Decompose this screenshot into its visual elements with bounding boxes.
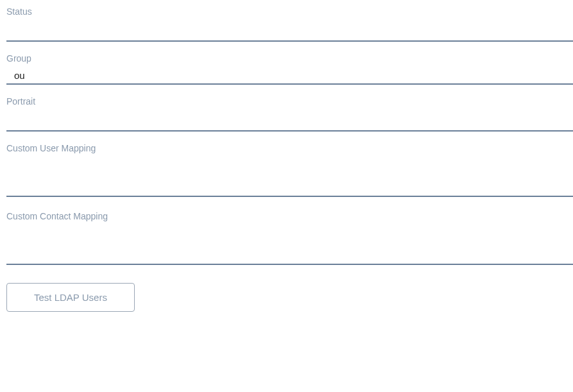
custom-contact-mapping-input[interactable]: [6, 226, 573, 265]
group-field-group: Group: [6, 53, 573, 85]
group-label: Group: [6, 53, 573, 64]
status-label: Status: [6, 6, 573, 17]
custom-user-mapping-label: Custom User Mapping: [6, 143, 573, 153]
status-input[interactable]: [6, 22, 573, 42]
custom-user-mapping-field-group: Custom User Mapping: [6, 143, 573, 200]
group-input[interactable]: [6, 69, 573, 85]
test-ldap-users-button[interactable]: Test LDAP Users: [6, 283, 135, 312]
portrait-field-group: Portrait: [6, 96, 573, 132]
custom-user-mapping-input[interactable]: [6, 158, 573, 197]
custom-contact-mapping-field-group: Custom Contact Mapping: [6, 211, 573, 268]
portrait-input[interactable]: [6, 112, 573, 132]
custom-contact-mapping-label: Custom Contact Mapping: [6, 211, 573, 221]
status-field-group: Status: [6, 6, 573, 42]
portrait-label: Portrait: [6, 96, 573, 107]
